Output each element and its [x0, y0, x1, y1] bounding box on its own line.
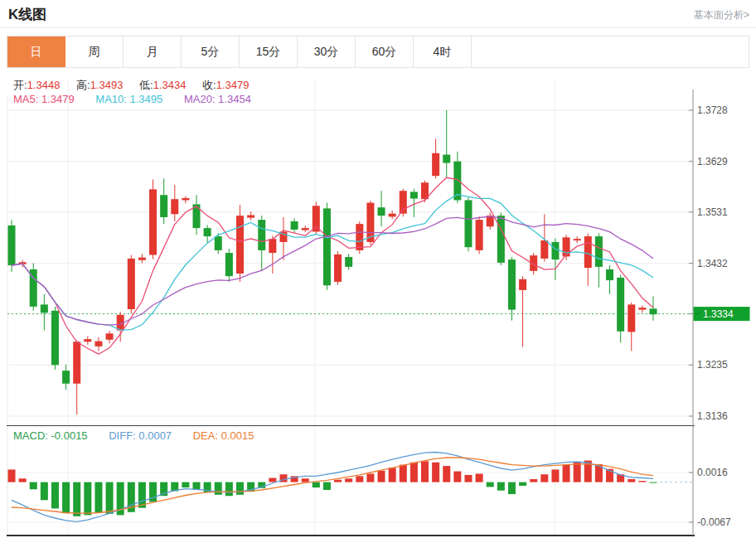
candle-body[interactable]: [51, 311, 59, 365]
candle-body[interactable]: [519, 279, 526, 290]
macd-bar[interactable]: [30, 482, 37, 490]
macd-bar[interactable]: [8, 469, 16, 482]
macd-bar[interactable]: [551, 469, 559, 482]
macd-bar[interactable]: [269, 478, 276, 482]
candle-body[interactable]: [606, 269, 613, 280]
candle-body[interactable]: [236, 216, 244, 274]
candle-body[interactable]: [149, 189, 157, 254]
candle-body[interactable]: [574, 239, 581, 240]
candle-body[interactable]: [302, 228, 309, 230]
macd-bar[interactable]: [443, 466, 450, 482]
candle-body[interactable]: [497, 216, 505, 263]
candle-body[interactable]: [41, 304, 48, 313]
candle-body[interactable]: [540, 240, 548, 259]
candle-body[interactable]: [160, 195, 167, 217]
macd-bar[interactable]: [378, 471, 385, 482]
macd-bar[interactable]: [638, 481, 646, 482]
candle-body[interactable]: [258, 220, 265, 250]
macd-bar[interactable]: [51, 482, 59, 509]
macd-bar[interactable]: [464, 475, 472, 482]
macd-bar[interactable]: [94, 482, 102, 513]
macd-bar[interactable]: [73, 482, 80, 516]
macd-bar[interactable]: [389, 468, 396, 482]
macd-bar[interactable]: [345, 478, 352, 482]
macd-bar[interactable]: [432, 463, 439, 482]
macd-bar[interactable]: [530, 479, 537, 482]
high-label: 高:: [76, 79, 90, 91]
macd-bar[interactable]: [84, 482, 91, 516]
macd-bar[interactable]: [563, 465, 570, 482]
macd-bar[interactable]: [106, 482, 114, 514]
macd-bar[interactable]: [356, 476, 363, 482]
macd-bar[interactable]: [410, 463, 418, 482]
candle-body[interactable]: [595, 236, 603, 267]
candle-body[interactable]: [225, 253, 233, 276]
macd-bar[interactable]: [323, 482, 331, 490]
candle-body[interactable]: [171, 199, 178, 214]
candle-body[interactable]: [638, 308, 646, 309]
y-axis-label: 1.3432: [697, 258, 728, 269]
macd-bar[interactable]: [236, 482, 244, 495]
candle-body[interactable]: [551, 242, 559, 259]
macd-bar[interactable]: [215, 482, 222, 495]
candle-body[interactable]: [389, 214, 396, 217]
candle-body[interactable]: [84, 339, 91, 342]
candle-body[interactable]: [204, 228, 211, 236]
candle-body[interactable]: [138, 258, 146, 260]
macd-bar[interactable]: [62, 482, 70, 514]
macd-bar[interactable]: [366, 473, 374, 482]
candle-body[interactable]: [62, 371, 70, 384]
candle-body[interactable]: [356, 224, 363, 250]
candle-body[interactable]: [334, 254, 342, 282]
macd-bar[interactable]: [519, 482, 526, 486]
y-axis-label: 1.3531: [697, 206, 728, 218]
candle-body[interactable]: [94, 342, 102, 347]
macd-bar[interactable]: [313, 482, 320, 488]
candle-body[interactable]: [8, 225, 16, 265]
macd-bar[interactable]: [540, 474, 548, 482]
candle-body[interactable]: [378, 207, 385, 216]
ma10-legend: MA10: 1.3495: [95, 93, 162, 105]
candle-body[interactable]: [182, 198, 189, 200]
candle-body[interactable]: [628, 304, 635, 332]
candle-body[interactable]: [128, 259, 135, 309]
macd-bar[interactable]: [508, 482, 516, 494]
macd-bar[interactable]: [302, 478, 309, 482]
macd-bar[interactable]: [182, 482, 189, 488]
candle-body[interactable]: [106, 333, 114, 339]
macd-bar[interactable]: [476, 473, 483, 482]
candle-body[interactable]: [73, 342, 80, 383]
candle-body[interactable]: [617, 278, 624, 332]
candle-body[interactable]: [584, 236, 592, 268]
low-value: 1.3434: [153, 79, 187, 91]
candle-body[interactable]: [291, 221, 298, 230]
macd-bar[interactable]: [41, 482, 48, 501]
macd-bar[interactable]: [650, 482, 657, 483]
candle-body[interactable]: [313, 206, 320, 231]
macd-bar[interactable]: [628, 479, 635, 482]
candle-body[interactable]: [215, 236, 222, 250]
candle-body[interactable]: [345, 257, 352, 267]
candle-body[interactable]: [508, 259, 516, 309]
candle-body[interactable]: [464, 200, 472, 247]
candle-body[interactable]: [323, 208, 331, 285]
macd-bar[interactable]: [225, 482, 233, 497]
macd-bar[interactable]: [334, 480, 342, 482]
macd-bar[interactable]: [421, 461, 429, 482]
candle-body[interactable]: [432, 153, 439, 176]
candle-body[interactable]: [410, 191, 418, 198]
candle-body[interactable]: [269, 239, 276, 253]
macd-bar[interactable]: [19, 478, 27, 482]
candle-body[interactable]: [247, 216, 254, 218]
macd-bar[interactable]: [400, 465, 407, 482]
candle-body[interactable]: [476, 220, 483, 250]
macd-axis-label: 0.0016: [697, 467, 728, 478]
macd-bar[interactable]: [453, 472, 461, 482]
macd-bar[interactable]: [497, 482, 505, 491]
ma20-legend: MA20: 1.3454: [184, 93, 251, 105]
candle-body[interactable]: [650, 308, 657, 314]
candle-body[interactable]: [443, 155, 450, 163]
candle-body[interactable]: [563, 237, 570, 256]
macd-bar[interactable]: [487, 482, 494, 487]
ma10-line: [12, 195, 653, 331]
